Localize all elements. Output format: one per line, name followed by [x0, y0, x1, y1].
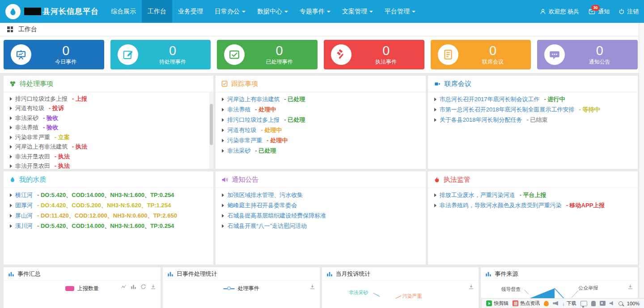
water-quality-item[interactable]: 屏山河DO:11.420、COD:12.000、NH3-N:0.600、TP:2… [10, 210, 207, 221]
nav-item-special-events[interactable]: 专题事件 [294, 0, 336, 23]
bar-chart-toggle-icon[interactable] [131, 284, 136, 290]
announcement-item[interactable]: 石城县提高基层组织建设经费保障标准 [222, 210, 419, 221]
enforcement-item[interactable]: 排放工业废水，严重污染河道平台上报 [434, 190, 631, 200]
stat-card-processed-events[interactable]: 0已处理事件 [217, 40, 318, 69]
monitor-icon[interactable] [580, 301, 587, 306]
item-text: 关于各县2018年河长制分配任务 [440, 116, 522, 124]
download-icon[interactable] [150, 284, 156, 290]
news-icon [513, 300, 518, 306]
flame-icon[interactable] [544, 301, 549, 306]
speaker-icon [221, 176, 228, 183]
river-name: 横江河 [15, 191, 33, 199]
panel-title: 待处理事项 [20, 80, 53, 88]
item-status: 处理中 [255, 106, 276, 114]
nav-item-business[interactable]: 业务受理 [172, 0, 209, 23]
notes-icon [443, 49, 453, 60]
announcement-item[interactable]: 加强区域排水管理、污水收集 [222, 190, 419, 200]
logout-button[interactable]: 注销 [619, 8, 639, 16]
nav-item-daily-office[interactable]: 日常办公 [209, 0, 251, 23]
meeting-item[interactable]: 市总河长召开2017年底河长制会议工作进行中 [434, 94, 631, 104]
announcement-item[interactable]: 石城县开展“八一”走访慰问活动 [222, 221, 419, 231]
menu-grid-icon[interactable] [7, 26, 13, 32]
hot-news-button[interactable]: 热点资讯 [513, 300, 540, 307]
tracked-item[interactable]: 河道有垃圾处理中 [222, 125, 419, 135]
chart-legend[interactable]: 处理事件 [163, 285, 320, 292]
pending-item[interactable]: 非法养殖验收 [10, 123, 207, 133]
stat-label: 执法事件 [375, 58, 397, 66]
item-status: 投诉 [49, 104, 64, 112]
stat-card-announcements[interactable]: 0通知公告 [537, 40, 638, 69]
tracked-item[interactable]: 非法养殖处理中 [222, 104, 419, 115]
panel-header: 联席会议 [428, 76, 638, 92]
stat-card-enforcement-events[interactable]: 0执法事件 [324, 40, 424, 69]
meeting-item[interactable]: 市第一总河长召开2018年底河长制全面展示工作安排等待中 [434, 104, 631, 115]
quick-clip-button[interactable]: 快剪辑 [486, 300, 508, 307]
tracked-item[interactable]: 非法采砂已处理 [222, 145, 419, 156]
download-icon[interactable] [309, 284, 315, 290]
download-icon[interactable] [468, 284, 474, 290]
item-text: 非法采砂 [227, 147, 250, 155]
arrow-icon [434, 98, 436, 101]
chevron-down-icon [284, 11, 288, 13]
tracked-item[interactable]: 排污口垃圾过多上报已处理 [222, 115, 419, 125]
chart-header: 事件汇总 [4, 267, 161, 281]
enforcement-item[interactable]: 非法养殖鸡，导致河水颜色及水质受到严重污染移动APP上报 [434, 200, 631, 210]
nav-item-workbench[interactable]: 工作台 [142, 0, 172, 23]
stat-card-joint-meetings[interactable]: 0联席会议 [431, 40, 531, 69]
nav-item-documents[interactable]: 文案管理 [336, 0, 379, 23]
gesture-icon[interactable] [591, 301, 596, 306]
chart-toolbox [468, 284, 474, 290]
panel-scrollbar[interactable] [209, 92, 213, 169]
item-status: 已处理 [255, 147, 276, 155]
page-scrollbar[interactable] [639, 23, 644, 308]
pending-item[interactable]: 河道有垃圾投诉 [10, 104, 207, 114]
item-status: 移动APP上报 [566, 201, 605, 210]
item-text: 鲍峰庭主持召开县委常委会 [227, 201, 297, 210]
download-button[interactable]: ↓ 下载 [562, 300, 576, 307]
refresh-icon[interactable] [140, 284, 146, 290]
speaker-icon[interactable] [610, 301, 614, 306]
navbar-right: 欢迎您 杨兵 30 通知 注销 [540, 8, 639, 16]
water-quality-item[interactable]: 固厚河DO:4.420、COD:5.200、NH3-N:5.620、TP:1.2… [10, 200, 207, 210]
zoom-icon[interactable] [619, 301, 623, 306]
water-quality-item[interactable]: 溪川河DO:5.420、COD:14.000、NH3-N:1.600、TP:0.… [10, 221, 207, 231]
line-chart-toggle-icon[interactable] [121, 284, 127, 290]
pending-item[interactable]: 非法采砂验收 [10, 113, 207, 123]
image-icon[interactable] [600, 301, 606, 306]
arrow-icon [434, 193, 436, 197]
panel-joint-meetings: 联席会议 市总河长召开2017年底河长制会议工作进行中 市第一总河长召开2018… [428, 76, 638, 169]
pending-item[interactable]: 非法开垦农田执法 [10, 162, 207, 169]
meeting-item[interactable]: 关于各县2018年河长制分配任务已结束 [434, 115, 631, 125]
legend-swatch [65, 286, 74, 291]
nav-item-data-center[interactable]: 数据中心 [251, 0, 294, 23]
stat-card-pending-events[interactable]: 0待处理事件 [110, 40, 211, 69]
megaphone-icon[interactable] [553, 301, 558, 306]
tracked-item[interactable]: 河岸边上有非法建筑已处理 [222, 94, 419, 104]
play-icon [486, 300, 492, 306]
panel-header: 待处理事项 [4, 76, 213, 92]
pending-item[interactable]: 污染非常严重立案 [10, 133, 207, 142]
item-text: 非法采砂 [15, 114, 38, 122]
nav-item-platform[interactable]: 平台管理 [379, 0, 421, 23]
announcement-item[interactable]: 鲍峰庭主持召开县委常委会 [222, 200, 419, 210]
arrow-icon [222, 118, 224, 122]
check-icon [229, 49, 240, 60]
legend-label: 处理事件 [238, 285, 259, 292]
app-logo[interactable] [5, 4, 21, 19]
tracked-item[interactable]: 污染非常严重处理中 [222, 135, 419, 145]
stat-card-today-events[interactable]: 0今日事件 [4, 40, 104, 69]
arrow-icon [222, 108, 224, 111]
user-welcome[interactable]: 欢迎您 杨兵 [540, 8, 579, 16]
pending-item[interactable]: 非法开垦农田执法 [10, 152, 207, 162]
scrollbar-thumb[interactable] [210, 104, 213, 145]
water-quality-item[interactable]: 横江河DO:5.420、COD:14.000、NH3-N:1.600、TP:0.… [10, 190, 207, 200]
zoom-level[interactable]: 100% [627, 301, 640, 306]
chart-toolbox [121, 284, 156, 290]
notifications-button[interactable]: 30 通知 [588, 8, 610, 16]
stat-label: 已处理事件 [266, 58, 293, 66]
nav-item-overview[interactable]: 综合展示 [105, 0, 142, 23]
pending-item[interactable]: 排污口垃圾过多上报上报 [10, 94, 207, 104]
bar-chart-icon [326, 271, 333, 277]
pending-item[interactable]: 河岸边上有非法建筑执法 [10, 142, 207, 152]
arrow-icon [222, 139, 224, 142]
